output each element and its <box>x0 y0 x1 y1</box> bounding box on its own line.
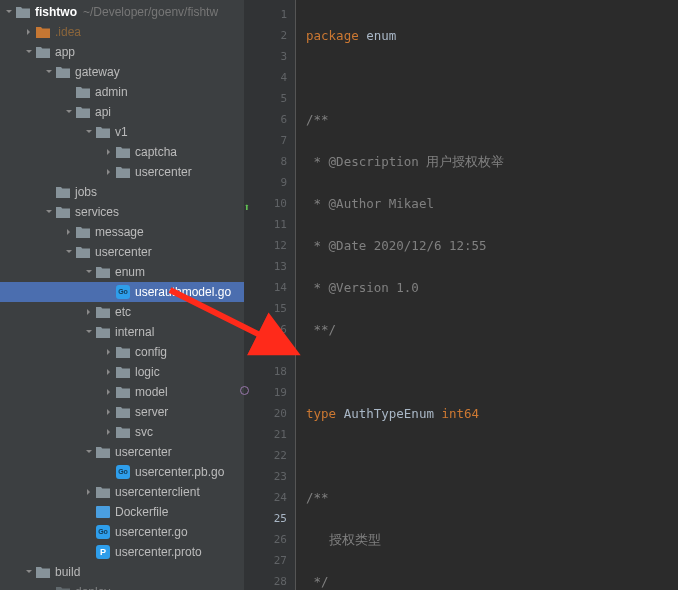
chevron-down-icon <box>44 67 54 77</box>
tree-item-userauthmodel[interactable]: Go userauthmodel.go <box>0 282 244 302</box>
line-number: 28 <box>244 571 287 590</box>
go-file-icon: Go <box>116 465 130 479</box>
chevron-right-icon <box>104 167 114 177</box>
tree-item-jobs[interactable]: jobs <box>0 182 244 202</box>
tree-label: etc <box>115 305 131 319</box>
tree-item-usercenter-dir[interactable]: usercenter <box>0 442 244 462</box>
line-number: 19 <box>244 382 287 403</box>
vcs-change-marker-icon: ⬆ <box>240 197 250 207</box>
line-number: 20 <box>244 403 287 424</box>
line-number: 18 <box>244 361 287 382</box>
chevron-down-icon <box>84 267 94 277</box>
tree-item-config[interactable]: config <box>0 342 244 362</box>
code-text: type <box>306 406 336 421</box>
folder-icon <box>36 45 50 59</box>
line-number: 4 <box>244 67 287 88</box>
code-text: * @Author Mikael <box>306 196 434 211</box>
line-number: 24 <box>244 487 287 508</box>
tree-item-deploy[interactable]: deploy <box>0 582 244 590</box>
folder-icon <box>116 405 130 419</box>
tree-item-svc[interactable]: svc <box>0 422 244 442</box>
line-number: 2 <box>244 25 287 46</box>
tree-label: usercenter <box>135 165 192 179</box>
tree-label: services <box>75 205 119 219</box>
tree-item-usercenter-go[interactable]: Go usercenter.go <box>0 522 244 542</box>
chevron-right-icon <box>64 227 74 237</box>
folder-icon <box>116 165 130 179</box>
line-number: 13 <box>244 256 287 277</box>
tree-label: message <box>95 225 144 239</box>
tree-label: build <box>55 565 80 579</box>
folder-icon <box>76 225 90 239</box>
tree-item-internal[interactable]: internal <box>0 322 244 342</box>
folder-icon <box>56 185 70 199</box>
folder-icon <box>116 345 130 359</box>
tree-item-model[interactable]: model <box>0 382 244 402</box>
tree-item-dockerfile[interactable]: Dockerfile <box>0 502 244 522</box>
line-number: 23 <box>244 466 287 487</box>
folder-icon <box>96 485 110 499</box>
tree-item-usercenter-v1[interactable]: usercenter <box>0 162 244 182</box>
tree-item-etc[interactable]: etc <box>0 302 244 322</box>
tree-item-api[interactable]: api <box>0 102 244 122</box>
tree-item-gateway[interactable]: gateway <box>0 62 244 82</box>
line-number: 15 <box>244 298 287 319</box>
line-number: 1 <box>244 4 287 25</box>
tree-item-idea[interactable]: .idea <box>0 22 244 42</box>
folder-icon <box>96 125 110 139</box>
tree-item-usercenterclient[interactable]: usercenterclient <box>0 482 244 502</box>
tree-label: usercenter <box>95 245 152 259</box>
method-marker-icon <box>240 386 249 395</box>
tree-label: gateway <box>75 65 120 79</box>
folder-icon <box>96 305 110 319</box>
tree-label: enum <box>115 265 145 279</box>
line-number: 16 <box>244 319 287 340</box>
project-tree[interactable]: fishtwo ~/Developer/goenv/fishtw .idea a… <box>0 0 244 590</box>
chevron-down-icon <box>24 47 34 57</box>
tree-item-services[interactable]: services <box>0 202 244 222</box>
folder-icon <box>36 25 50 39</box>
chevron-right-icon <box>84 487 94 497</box>
line-number: 27 <box>244 550 287 571</box>
line-number: ⬆10 <box>244 193 287 214</box>
tree-item-app[interactable]: app <box>0 42 244 62</box>
code-editor[interactable]: 1 2 3 4 5 6 7 8 9 ⬆10 11 12 13 14 15 16 … <box>244 0 678 590</box>
chevron-down-icon <box>84 447 94 457</box>
folder-icon <box>56 65 70 79</box>
tree-item-usercenter[interactable]: usercenter <box>0 242 244 262</box>
tree-label: app <box>55 45 75 59</box>
tree-item-v1[interactable]: v1 <box>0 122 244 142</box>
tree-label: svc <box>135 425 153 439</box>
folder-icon <box>56 585 70 590</box>
tree-item-enum[interactable]: enum <box>0 262 244 282</box>
tree-label: .idea <box>55 25 81 39</box>
chevron-right-icon <box>104 387 114 397</box>
tree-item-admin[interactable]: admin <box>0 82 244 102</box>
code-area[interactable]: package enum /** * @Description 用户授权枚举 *… <box>296 0 607 590</box>
tree-item-build[interactable]: build <box>0 562 244 582</box>
tree-label: usercenter.proto <box>115 545 202 559</box>
chevron-down-icon <box>44 207 54 217</box>
line-number: 25 <box>244 508 287 529</box>
line-number: 14 <box>244 277 287 298</box>
code-text: * @Version 1.0 <box>306 280 419 295</box>
project-root[interactable]: fishtwo ~/Developer/goenv/fishtw <box>0 2 244 22</box>
tree-label: usercenter <box>115 445 172 459</box>
line-number-gutter: 1 2 3 4 5 6 7 8 9 ⬆10 11 12 13 14 15 16 … <box>244 0 296 590</box>
tree-label: api <box>95 105 111 119</box>
project-path: ~/Developer/goenv/fishtw <box>83 5 218 19</box>
line-number: 21 <box>244 424 287 445</box>
folder-icon <box>96 445 110 459</box>
tree-item-captcha[interactable]: captcha <box>0 142 244 162</box>
tree-item-usercenter-pb[interactable]: Go usercenter.pb.go <box>0 462 244 482</box>
code-text: 授权类型 <box>306 532 381 547</box>
tree-item-usercenter-proto[interactable]: P usercenter.proto <box>0 542 244 562</box>
chevron-right-icon <box>84 307 94 317</box>
code-text: /** <box>306 490 329 505</box>
tree-item-server[interactable]: server <box>0 402 244 422</box>
tree-item-message[interactable]: message <box>0 222 244 242</box>
tree-item-logic[interactable]: logic <box>0 362 244 382</box>
chevron-down-icon <box>64 107 74 117</box>
go-file-icon: Go <box>116 285 130 299</box>
code-text: * @Description 用户授权枚举 <box>306 154 504 169</box>
